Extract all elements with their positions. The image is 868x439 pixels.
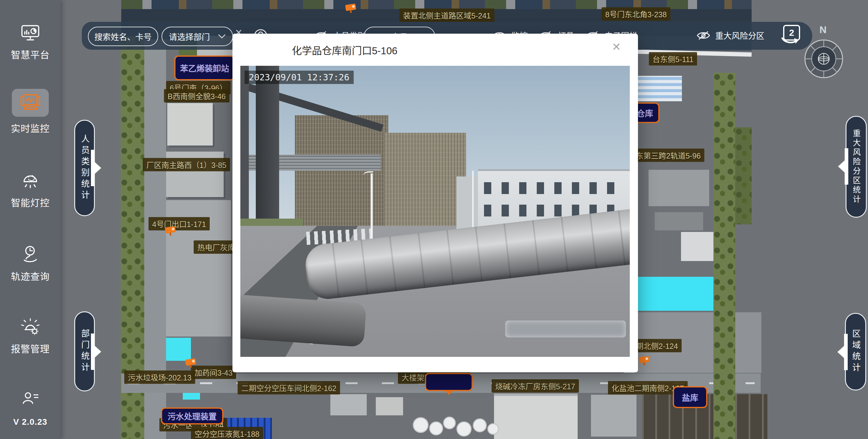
sidebar-item-smart-lighting[interactable]: 智能灯控 (11, 171, 50, 209)
compass-gizmo[interactable] (804, 39, 844, 79)
sidebar-item-label: 报警管理 (11, 341, 50, 355)
close-icon[interactable]: ✕ (612, 41, 621, 53)
drawer-department-stats[interactable]: 部门统计 (74, 311, 95, 391)
version-label: V 2.0.23 (0, 417, 61, 427)
map-camera-tag[interactable]: 东第三跨2轨道5-96 (632, 149, 704, 162)
map-camera-tag[interactable]: 台东侧5-111 (649, 52, 697, 65)
sidebar: 智慧平台 实时监控 智能灯控 轨迹查询 报警管理 (0, 0, 61, 439)
drawer-label: 人员类别统计 (79, 134, 91, 202)
smart-light-icon (20, 171, 40, 191)
map-facility-label[interactable] (425, 373, 473, 391)
sidebar-item-label: 实时监控 (11, 121, 50, 135)
map-facility-label[interactable]: 污水处理装置 (161, 407, 223, 425)
map-facility-label[interactable]: 苯乙烯装卸站 (174, 56, 235, 80)
department-placeholder: 请选择部门 (169, 31, 210, 42)
map-camera-tag[interactable]: 二期空分空压车间北侧2-162 (238, 381, 340, 394)
sidebar-item-alarm-management[interactable]: 报警管理 (11, 318, 50, 355)
drawer-label: 区域统计 (849, 329, 862, 374)
expand-right-icon[interactable] (91, 333, 101, 370)
camera-feed-modal: 化学品仓库南门口5-106 ✕ (232, 34, 638, 372)
compass-icon (804, 39, 844, 79)
user-list-icon (21, 391, 40, 408)
drawer-label: 部门统计 (79, 329, 91, 374)
expand-right-icon[interactable] (91, 150, 101, 186)
sidebar-item-smart-platform[interactable]: 智慧平台 (11, 24, 50, 61)
sidebar-item-user-list[interactable] (21, 391, 40, 408)
camera-icon[interactable] (345, 4, 356, 11)
drawer-major-risk-zone-stats[interactable]: 重大风险分区统计 (845, 116, 867, 218)
sidebar-item-label: 智慧平台 (11, 47, 50, 61)
camera-video-feed: 2023/09/01 12:37:26 (240, 66, 630, 357)
page-root: 装置北侧主道路区域5-2418号门东北角3-238B04甲苯非芳3-106号门南… (0, 0, 868, 439)
camera-icon[interactable] (185, 358, 196, 366)
sidebar-item-label: 轨迹查询 (11, 269, 50, 283)
dashboard-monitor-icon (20, 24, 41, 43)
map-camera-tag[interactable]: 厂区南主路西（1）3-85 (143, 158, 230, 171)
modal-title: 化学品仓库南门口5-106 (292, 43, 397, 57)
map-camera-tag[interactable]: 烧碱冷冻厂房东侧5-217 (492, 379, 579, 392)
sidebar-item-track-query[interactable]: 轨迹查询 (11, 245, 50, 283)
active-item-highlight (12, 89, 49, 117)
chevron-down-icon (218, 34, 226, 39)
map-facility-label[interactable]: 盐库 (673, 386, 707, 408)
search-placeholder: 搜索姓名、卡号 (95, 31, 152, 42)
video-timestamp: 2023/09/01 12:37:26 (245, 71, 354, 84)
toggle-major-risk-zone[interactable]: 重大风险分区 (696, 29, 764, 41)
department-select[interactable]: 请选择部门 (161, 27, 233, 46)
eye-slash-icon (696, 30, 710, 40)
expand-left-icon[interactable] (837, 334, 848, 370)
expand-left-icon[interactable] (838, 148, 848, 185)
search-input[interactable]: 搜索姓名、卡号 (88, 27, 158, 46)
alarm-manage-icon (20, 318, 40, 337)
camera-icon[interactable] (165, 226, 176, 234)
map-camera-tag[interactable]: 污水垃圾场-202.13 (124, 371, 195, 384)
map-camera-tag[interactable]: B西南侧全貌3-46 (164, 89, 229, 103)
track-query-icon (21, 245, 40, 265)
map-camera-tag[interactable]: 热电厂灰库 (194, 240, 239, 254)
map-camera-tag[interactable]: 空分空压液氮1-188 (191, 427, 263, 439)
compass-north-label: N (819, 24, 827, 35)
video-watermark-redaction (505, 320, 626, 338)
map-camera-tag[interactable]: 4号门出口1-171 (149, 217, 210, 230)
sidebar-item-label: 智能灯控 (11, 195, 50, 209)
drawer-area-stats[interactable]: 区域统计 (845, 313, 866, 390)
drawer-personnel-category-stats[interactable]: 人员类别统计 (74, 120, 95, 216)
map-camera-tag[interactable]: 装置北侧主道路区域5-241 (399, 8, 494, 22)
realtime-monitor-icon (20, 93, 41, 113)
map-2d-switch-button[interactable]: 2 (781, 25, 802, 47)
sidebar-item-realtime-monitor[interactable]: 实时监控 (11, 89, 50, 135)
camera-icon[interactable] (639, 356, 650, 363)
map-camera-tag[interactable]: 8号门东北角3-238 (601, 7, 671, 21)
drawer-label: 重大风险分区统计 (851, 129, 862, 204)
map-camera-tag[interactable]: 加药间3-43 (191, 365, 236, 379)
switch-arrow-icon (781, 37, 800, 45)
